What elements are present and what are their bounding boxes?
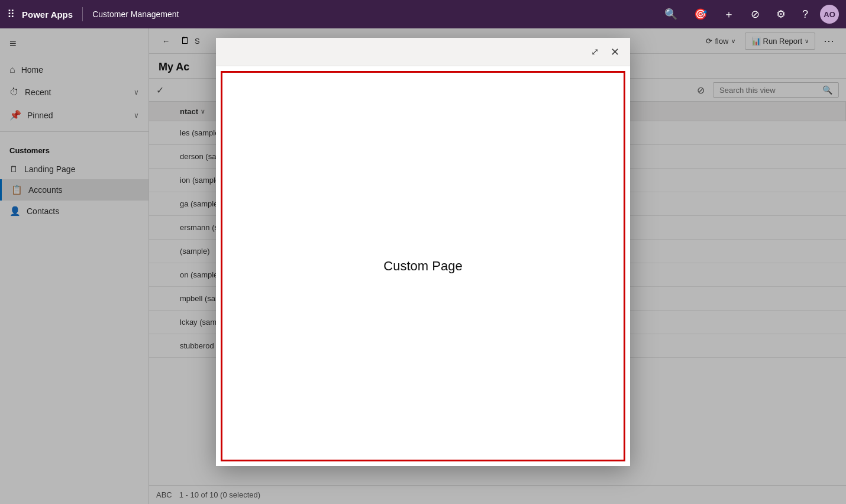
- plus-icon[interactable]: ＋: [719, 5, 739, 24]
- grid-icon[interactable]: ⠿: [7, 8, 15, 21]
- modal-body-text: Custom Page: [383, 259, 462, 274]
- search-icon[interactable]: 🔍: [660, 5, 682, 23]
- target-icon[interactable]: 🎯: [689, 5, 712, 23]
- sidebar-item-contacts[interactable]: 👤 Contacts: [0, 201, 148, 222]
- search-input[interactable]: [719, 86, 819, 95]
- table-pagination: 1 - 10 of 10 (0 selected): [179, 490, 260, 499]
- modal-expand-button[interactable]: ⤢: [587, 43, 602, 61]
- sidebar-item-home[interactable]: ⌂ Home: [0, 59, 148, 81]
- report-icon: 📊: [751, 37, 761, 46]
- app-name-label: Customer Management: [92, 9, 179, 19]
- sidebar-item-pinned[interactable]: 📌 Pinned ∨: [0, 104, 148, 127]
- recent-chevron: ∨: [134, 88, 139, 96]
- more-options-button[interactable]: ⋯: [819, 31, 839, 51]
- pinned-icon: 📌: [9, 109, 21, 121]
- home-label: Home: [21, 65, 43, 75]
- brand-label: Power Apps: [22, 9, 73, 20]
- accounts-label: Accounts: [28, 185, 63, 195]
- sidebar-item-accounts[interactable]: 📋 Accounts: [0, 179, 148, 201]
- run-report-label: Run Report: [763, 37, 802, 46]
- page-icon: 🗒: [180, 35, 190, 46]
- table-filter-button[interactable]: ⊘: [693, 81, 708, 99]
- run-report-chevron: ∨: [805, 38, 809, 44]
- col-contact-label: ntact: [180, 107, 198, 116]
- page-title: My Ac: [159, 61, 189, 73]
- search-box: 🔍: [713, 82, 839, 98]
- back-button[interactable]: ←: [156, 33, 176, 49]
- run-report-button[interactable]: 📊 Run Report ∨: [745, 33, 815, 50]
- accounts-icon: 📋: [11, 185, 22, 195]
- modal-body: Custom Page: [221, 71, 625, 461]
- home-icon: ⌂: [9, 64, 15, 75]
- sidebar-item-recent[interactable]: ⏱ Recent ∨: [0, 81, 148, 104]
- pinned-label: Pinned: [27, 111, 53, 120]
- modal: ⤢ ✕ Custom Page: [216, 38, 630, 466]
- flow-label: flow: [715, 37, 728, 46]
- customers-section-title: Customers: [0, 137, 148, 159]
- topbar-divider: [82, 7, 83, 21]
- landing-page-label: Landing Page: [24, 164, 75, 174]
- modal-close-button[interactable]: ✕: [607, 42, 623, 62]
- sidebar-item-landing-page[interactable]: 🗒 Landing Page: [0, 159, 148, 179]
- flow-icon: ⟳: [706, 37, 712, 46]
- settings-icon[interactable]: ⚙: [771, 5, 790, 23]
- menu-button[interactable]: ≡: [0, 28, 148, 59]
- contacts-icon: 👤: [9, 206, 21, 217]
- search-icon-table: 🔍: [822, 85, 832, 95]
- flow-chevron: ∨: [731, 38, 735, 44]
- user-avatar[interactable]: AO: [820, 5, 839, 24]
- pinned-chevron: ∨: [134, 111, 139, 119]
- recent-label: Recent: [25, 88, 51, 97]
- table-abc-label: ABC: [156, 490, 172, 499]
- flow-button[interactable]: ⟳ flow ∨: [700, 33, 741, 49]
- help-icon[interactable]: ?: [797, 6, 813, 23]
- modal-titlebar: ⤢ ✕: [216, 38, 630, 66]
- col-contact-chevron: ∨: [201, 108, 205, 115]
- check-icon: ✓: [156, 85, 164, 96]
- filter-icon[interactable]: ⊘: [746, 5, 764, 23]
- contacts-label: Contacts: [27, 206, 59, 216]
- recent-icon: ⏱: [9, 87, 19, 98]
- sub-toolbar-page-label: S: [195, 37, 200, 46]
- landing-page-icon: 🗒: [9, 164, 18, 174]
